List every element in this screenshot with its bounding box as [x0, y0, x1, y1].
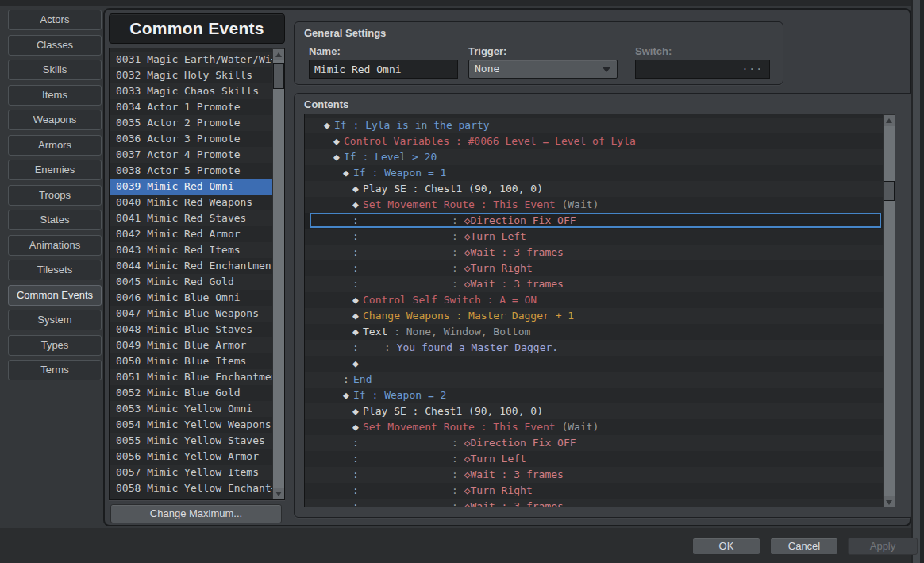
event-list-item-0050[interactable]: 0050 Mimic Blue Items	[110, 353, 272, 369]
event-command-row[interactable]: ◆If : Level > 20	[305, 149, 883, 165]
event-list-item-0053[interactable]: 0053 Mimic Yellow Omni	[110, 401, 272, 417]
sidebar-tab-common-events[interactable]: Common Events	[8, 285, 102, 306]
ok-button[interactable]: OK	[692, 538, 760, 555]
event-command-row[interactable]: ◆Control Variables : #0066 Level = Level…	[305, 133, 883, 149]
trigger-dropdown[interactable]: None	[468, 60, 618, 79]
apply-button[interactable]: Apply	[848, 538, 918, 555]
event-list-item-0034[interactable]: 0034 Actor 1 Promote	[110, 99, 272, 115]
command-text: Text : None, Window, Bottom	[363, 324, 530, 340]
event-list-item-0032[interactable]: 0032 Magic Holy Skills	[110, 67, 272, 83]
command-diamond-icon: ◆	[333, 149, 340, 165]
event-list-item-0049[interactable]: 0049 Mimic Blue Armor	[110, 337, 272, 353]
event-command-row[interactable]: :: ◇Wait : 3 frames	[305, 467, 883, 483]
event-command-row[interactable]: ◆Change Weapons : Master Dagger + 1	[305, 308, 883, 324]
sidebar-tab-actors[interactable]: Actors	[8, 10, 102, 30]
sidebar-tab-states[interactable]: States	[8, 210, 102, 230]
event-list-item-0041[interactable]: 0041 Mimic Red Staves	[110, 210, 272, 226]
event-list-item-0058[interactable]: 0058 Mimic Yellow Enchant⋯	[110, 480, 272, 496]
switch-field[interactable]: ···	[635, 60, 770, 79]
event-list-item-0042[interactable]: 0042 Mimic Red Armor	[110, 226, 272, 242]
sidebar-tab-terms[interactable]: Terms	[8, 360, 102, 380]
event-list-item-0037[interactable]: 0037 Actor 4 Promote	[110, 147, 272, 163]
event-list-item-0048[interactable]: 0048 Mimic Blue Staves	[110, 322, 272, 337]
cancel-button[interactable]: Cancel	[770, 538, 838, 555]
sidebar-tab-tilesets[interactable]: Tilesets	[8, 260, 102, 280]
event-command-row[interactable]: ◆	[305, 356, 883, 372]
event-list-item-0046[interactable]: 0046 Mimic Blue Omni	[110, 290, 272, 306]
command-text: : ◇Turn Right	[452, 260, 533, 276]
event-command-row[interactable]: ◆Set Movement Route : This Event (Wait)	[305, 197, 883, 213]
sidebar-tab-armors[interactable]: Armors	[8, 135, 102, 156]
contents-scrollbar[interactable]	[883, 114, 895, 507]
continuation-colon: :	[352, 483, 359, 499]
command-diamond-icon: ◆	[352, 181, 359, 197]
event-list-item-0054[interactable]: 0054 Mimic Yellow Weapons	[110, 417, 272, 433]
chevron-down-icon	[603, 67, 610, 72]
sidebar-tab-skills[interactable]: Skills	[8, 60, 102, 80]
event-command-row[interactable]: :: ◇Turn Left	[305, 229, 883, 245]
event-command-row[interactable]: ◆If : Weapon = 2	[305, 388, 883, 403]
scroll-thumb[interactable]	[884, 181, 895, 201]
event-command-row[interactable]: ◆Play SE : Chest1 (90, 100, 0)	[305, 181, 883, 197]
sidebar-tab-types[interactable]: Types	[8, 335, 102, 356]
sidebar-tab-weapons[interactable]: Weapons	[8, 110, 102, 130]
change-maximum-button[interactable]: Change Maximum...	[110, 504, 282, 523]
event-list-item-0043[interactable]: 0043 Mimic Red Items	[110, 242, 272, 258]
event-command-row[interactable]: ◆Text : None, Window, Bottom	[305, 324, 883, 340]
sidebar-tab-animations[interactable]: Animations	[8, 235, 102, 256]
event-list-item-0047[interactable]: 0047 Mimic Blue Weapons	[110, 306, 272, 322]
event-command-row[interactable]: :: ◇Turn Right	[305, 483, 883, 499]
event-list-item-0052[interactable]: 0052 Mimic Blue Gold	[110, 385, 272, 401]
command-text: : ◇Wait : 3 frames	[452, 245, 564, 260]
event-command-row[interactable]: :: You found a Master Dagger.	[305, 340, 883, 356]
event-list-item-0033[interactable]: 0033 Magic Chaos Skills	[110, 83, 272, 99]
event-command-row[interactable]: :: ◇Wait : 3 frames	[305, 276, 883, 292]
event-list-item-0031[interactable]: 0031 Magic Earth/Water/Wi⋯	[110, 52, 272, 67]
event-list-item-0044[interactable]: 0044 Mimic Red Enchantment	[110, 258, 272, 274]
sidebar-tab-system[interactable]: System	[8, 310, 102, 330]
event-list-item-0040[interactable]: 0040 Mimic Red Weapons	[110, 195, 272, 210]
event-list-item-0055[interactable]: 0055 Mimic Yellow Staves	[110, 433, 272, 449]
scroll-down-icon[interactable]	[273, 488, 284, 499]
event-list-item-0051[interactable]: 0051 Mimic Blue Enchantment	[110, 369, 272, 385]
scroll-up-icon[interactable]	[884, 115, 895, 126]
command-text: If : Level > 20	[344, 149, 437, 165]
event-list[interactable]: 0031 Magic Earth/Water/Wi⋯0032 Magic Hol…	[109, 48, 285, 500]
command-diamond-icon: ◆	[352, 324, 359, 340]
event-command-row[interactable]: :: ◇Wait : 3 frames	[305, 499, 883, 507]
event-command-row[interactable]: :: ◇Turn Right	[305, 260, 883, 276]
common-events-panel: Common Events 0031 Magic Earth/Water/Wi⋯…	[103, 8, 911, 526]
scroll-up-icon[interactable]	[273, 49, 284, 60]
event-command-row[interactable]: :: ◇Wait : 3 frames	[305, 245, 883, 260]
event-command-row[interactable]: :: ◇Direction Fix OFF	[305, 213, 883, 229]
event-command-row[interactable]: ◆If : Lyla is in the party	[305, 118, 883, 133]
sidebar-tab-classes[interactable]: Classes	[8, 35, 102, 56]
event-list-item-0057[interactable]: 0057 Mimic Yellow Items	[110, 465, 272, 480]
event-command-row[interactable]: ◆If : Weapon = 1	[305, 165, 883, 181]
event-list-scrollbar[interactable]	[272, 48, 285, 499]
event-command-row[interactable]: :: ◇Turn Left	[305, 451, 883, 467]
scroll-down-icon[interactable]	[884, 496, 895, 507]
command-text: If : Lyla is in the party	[334, 118, 490, 133]
contents-rows: ◆If : Lyla is in the party◆Control Varia…	[305, 118, 883, 507]
sidebar-tab-troops[interactable]: Troops	[8, 185, 102, 206]
event-list-item-0056[interactable]: 0056 Mimic Yellow Armor	[110, 449, 272, 465]
sidebar-tab-enemies[interactable]: Enemies	[8, 160, 102, 180]
event-command-row[interactable]: :: ◇Direction Fix OFF	[305, 435, 883, 451]
event-command-row[interactable]: ◆Control Self Switch : A = ON	[305, 292, 883, 308]
event-list-item-0045[interactable]: 0045 Mimic Red Gold	[110, 274, 272, 290]
command-diamond-icon: ◆	[352, 356, 359, 372]
event-command-row[interactable]: ◆Set Movement Route : This Event (Wait)	[305, 419, 883, 435]
event-command-row[interactable]: :End	[305, 372, 883, 388]
name-input[interactable]	[309, 60, 458, 79]
event-command-row[interactable]: ◆Play SE : Chest1 (90, 100, 0)	[305, 403, 883, 419]
scroll-thumb[interactable]	[273, 63, 284, 89]
command-text: : ◇Direction Fix OFF	[452, 213, 576, 229]
event-list-item-0038[interactable]: 0038 Actor 5 Promote	[110, 163, 272, 179]
event-list-item-0039[interactable]: 0039 Mimic Red Omni	[110, 179, 272, 195]
sidebar-tab-items[interactable]: Items	[8, 85, 102, 106]
event-list-item-0036[interactable]: 0036 Actor 3 Promote	[110, 131, 272, 147]
event-list-item-0035[interactable]: 0035 Actor 2 Promote	[110, 115, 272, 131]
continuation-colon: :	[352, 340, 359, 356]
event-command-list[interactable]: ◆If : Lyla is in the party◆Control Varia…	[304, 114, 895, 507]
